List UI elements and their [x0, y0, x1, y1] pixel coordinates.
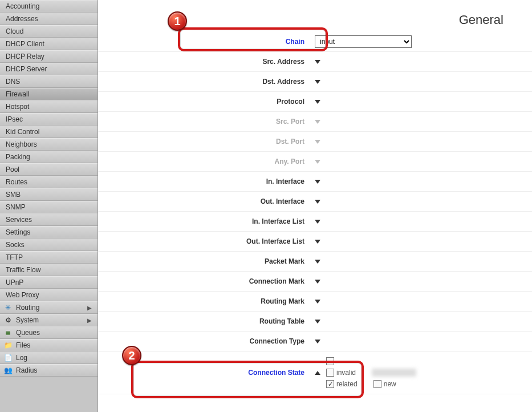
row-any-port: Any. Port	[98, 152, 532, 172]
row-src-port: Src. Port	[98, 112, 532, 132]
row-routing-mark: Routing Mark	[98, 292, 532, 312]
sidebar-item-routes[interactable]: Routes	[0, 176, 98, 188]
page-title: General	[459, 13, 503, 27]
expand-icon[interactable]	[315, 260, 320, 264]
sidebar-label: Routing	[16, 304, 39, 312]
expand-icon[interactable]	[315, 280, 320, 284]
sidebar-item-smb[interactable]: SMB	[0, 188, 98, 201]
sidebar-item-queues[interactable]: ≣ Queues	[0, 326, 98, 339]
sidebar-label: DHCP Server	[6, 65, 47, 73]
row-src-address: Src. Address	[98, 52, 532, 72]
sidebar-item-ipsec[interactable]: IPsec	[0, 113, 98, 126]
sidebar-label: Accounting	[6, 2, 39, 10]
label-routing-table: Routing Table	[98, 317, 315, 325]
expand-icon[interactable]	[315, 220, 320, 224]
sidebar-item-dhcp-client[interactable]: DHCP Client	[0, 38, 98, 50]
expand-icon[interactable]	[315, 100, 320, 104]
folder-icon: 📁	[3, 341, 13, 349]
sidebar-item-accounting[interactable]: Accounting	[0, 0, 98, 13]
sidebar-item-web-proxy[interactable]: Web Proxy	[0, 289, 98, 301]
sidebar-label: IPsec	[6, 115, 23, 123]
sidebar-item-firewall[interactable]: Firewall	[0, 88, 98, 100]
queues-icon: ≣	[3, 329, 13, 337]
expand-icon[interactable]	[315, 340, 320, 344]
redacted-text	[372, 369, 416, 377]
sidebar-item-log[interactable]: 📄 Log	[0, 352, 98, 364]
sidebar-item-hotspot[interactable]: Hotspot	[0, 100, 98, 113]
checkbox-invalid[interactable]	[326, 369, 334, 377]
sidebar-item-settings[interactable]: Settings	[0, 226, 98, 239]
sidebar-item-files[interactable]: 📁 Files	[0, 339, 98, 352]
sidebar-label: Services	[6, 216, 32, 224]
sidebar-label: Socks	[6, 241, 25, 249]
chevron-right-icon: ▶	[87, 317, 92, 324]
label-out-interface: Out. Interface	[98, 197, 315, 205]
sidebar-item-snmp[interactable]: SNMP	[0, 201, 98, 213]
row-in-interface: In. Interface	[98, 172, 532, 192]
label-in-interface: In. Interface	[98, 177, 315, 185]
sidebar-label: SMB	[6, 191, 21, 199]
sidebar-label: Traffic Flow	[6, 266, 40, 274]
sidebar-item-neighbors[interactable]: Neighbors	[0, 138, 98, 151]
sidebar-item-dhcp-relay[interactable]: DHCP Relay	[0, 50, 98, 63]
expand-icon[interactable]	[315, 240, 320, 244]
sidebar-item-kid-control[interactable]: Kid Control	[0, 126, 98, 138]
sidebar-label: Radius	[16, 366, 37, 374]
sidebar-label: SNMP	[6, 203, 26, 211]
label-src-port: Src. Port	[98, 118, 315, 126]
row-out-interface: Out. Interface	[98, 192, 532, 212]
sidebar-label: Routes	[6, 178, 27, 186]
label-dst-port: Dst. Port	[98, 138, 315, 146]
sidebar-item-cloud[interactable]: Cloud	[0, 25, 98, 38]
row-chain: Chain input	[98, 32, 532, 52]
chain-select[interactable]: input	[315, 35, 412, 48]
expand-icon[interactable]	[315, 300, 320, 304]
collapse-icon[interactable]	[315, 371, 320, 375]
sidebar-item-routing[interactable]: ✳ Routing ▶	[0, 301, 98, 314]
sidebar-item-dhcp-server[interactable]: DHCP Server	[0, 63, 98, 75]
label-out-interface-list: Out. Interface List	[98, 237, 315, 245]
callout-badge-1: 1	[168, 11, 187, 31]
sidebar-item-upnp[interactable]: UPnP	[0, 276, 98, 289]
expand-icon[interactable]	[315, 180, 320, 184]
checkbox-related[interactable]	[326, 380, 334, 388]
sidebar-item-traffic-flow[interactable]: Traffic Flow	[0, 264, 98, 276]
sidebar-label: Packing	[6, 153, 30, 161]
firewall-rule-form: Chain input Src. Address Dst. Address Pr…	[98, 32, 532, 394]
sidebar-label: Log	[16, 354, 27, 362]
sidebar-item-system[interactable]: ⚙ System ▶	[0, 314, 98, 326]
label-packet-mark: Packet Mark	[98, 257, 315, 265]
sidebar-item-radius[interactable]: 👥 Radius	[0, 364, 98, 377]
sidebar-label: TFTP	[6, 253, 23, 261]
main-panel: General Chain input Src. Address Dst. Ad…	[98, 0, 532, 412]
label-dst-address: Dst. Address	[98, 78, 315, 86]
sidebar-item-tftp[interactable]: TFTP	[0, 251, 98, 264]
label-connection-type: Connection Type	[98, 337, 315, 345]
expand-icon[interactable]	[315, 60, 320, 64]
sidebar-label: Cloud	[6, 27, 23, 35]
label-src-address: Src. Address	[98, 58, 315, 66]
sidebar: Accounting Addresses Cloud DHCP Client D…	[0, 0, 98, 412]
sidebar-label: Hotspot	[6, 103, 29, 111]
expand-icon[interactable]	[315, 200, 320, 204]
log-icon: 📄	[3, 354, 13, 362]
sidebar-item-services[interactable]: Services	[0, 213, 98, 226]
sidebar-item-addresses[interactable]: Addresses	[0, 13, 98, 25]
checkbox-blank[interactable]	[326, 357, 334, 365]
sidebar-item-socks[interactable]: Socks	[0, 239, 98, 251]
sidebar-label: DHCP Relay	[6, 52, 44, 60]
sidebar-label: DNS	[6, 78, 20, 86]
label-connection-mark: Connection Mark	[98, 277, 315, 285]
sidebar-item-packing[interactable]: Packing	[0, 151, 98, 163]
expand-icon[interactable]	[315, 80, 320, 84]
row-connection-type: Connection Type	[98, 332, 532, 352]
row-connection-mark: Connection Mark	[98, 272, 532, 292]
sidebar-label: Kid Control	[6, 128, 39, 136]
sidebar-item-dns[interactable]: DNS	[0, 75, 98, 88]
label-in-interface-list: In. Interface List	[98, 217, 315, 225]
sidebar-label: Settings	[6, 228, 30, 236]
sidebar-label: Files	[16, 341, 30, 349]
sidebar-item-pool[interactable]: Pool	[0, 163, 98, 176]
expand-icon[interactable]	[315, 320, 320, 324]
checkbox-new[interactable]	[373, 380, 381, 388]
